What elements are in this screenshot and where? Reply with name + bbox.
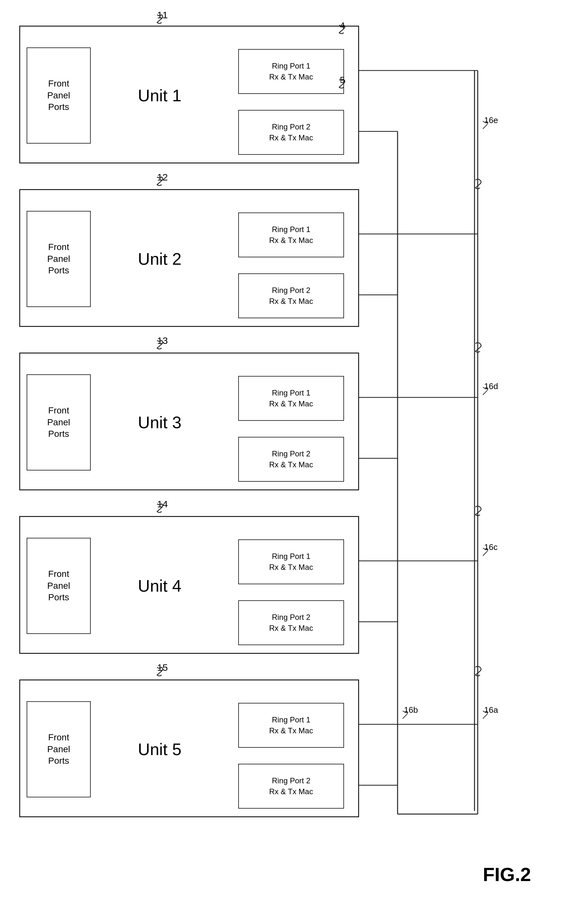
unit4-ring-port2: Ring Port 2 Rx & Tx Mac <box>238 600 344 645</box>
unit3-front-panel: Front Panel Ports <box>27 374 91 471</box>
fig-label: FIG.2 <box>483 863 531 885</box>
unit5-rp1-label: Ring Port 1 Rx & Tx Mac <box>269 714 313 736</box>
unit2-front-panel: Front Panel Ports <box>27 211 91 307</box>
unit1-ring-port1: Ring Port 1 Rx & Tx Mac <box>238 49 344 94</box>
unit5-ring-port2: Ring Port 2 Rx & Tx Mac <box>238 764 344 808</box>
label16b-squiggle <box>400 710 413 719</box>
unit3-squiggle <box>154 340 167 350</box>
unit2-ring-port1: Ring Port 1 Rx & Tx Mac <box>238 213 344 257</box>
unit5-block: Front Panel Ports Unit 5 Ring Port 1 Rx … <box>19 680 359 817</box>
ref4-squiggle <box>336 24 349 34</box>
unit5-front-panel: Front Panel Ports <box>27 701 91 797</box>
unit3-rp2-label: Ring Port 2 Rx & Tx Mac <box>269 448 313 470</box>
ref5-squiggle <box>336 79 349 88</box>
unit4-squiggle <box>154 503 167 513</box>
unit4-front-panel: Front Panel Ports <box>27 538 91 634</box>
unit4-label: Unit 4 <box>97 549 222 623</box>
unit2-rp1-label: Ring Port 1 Rx & Tx Mac <box>269 224 313 246</box>
unit2-squiggle <box>154 176 167 186</box>
unit4-front-panel-label: Front Panel Ports <box>47 568 70 603</box>
unit3-rp1-label: Ring Port 1 Rx & Tx Mac <box>269 387 313 409</box>
unit3-ring-port2: Ring Port 2 Rx & Tx Mac <box>238 437 344 482</box>
unit5-squiggle <box>154 667 167 676</box>
unit4-ring-port1: Ring Port 1 Rx & Tx Mac <box>238 539 344 584</box>
label16c-squiggle <box>480 548 493 556</box>
unit3-ring-port1: Ring Port 1 Rx & Tx Mac <box>238 376 344 421</box>
unit1-front-panel-label: Front Panel Ports <box>47 78 70 113</box>
unit1-rp2-label: Ring Port 2 Rx & Tx Mac <box>269 122 313 143</box>
unit1-rp1-label: Ring Port 1 Rx & Tx Mac <box>269 61 313 82</box>
unit3-label: Unit 3 <box>97 386 222 459</box>
unit2-label: Unit 2 <box>97 222 222 296</box>
unit5-label: Unit 5 <box>97 712 222 786</box>
unit2-rp2-label: Ring Port 2 Rx & Tx Mac <box>269 285 313 306</box>
unit1-label: Unit 1 <box>97 58 222 132</box>
unit1-squiggle <box>154 14 167 24</box>
unit3-block: Front Panel Ports Unit 3 Ring Port 1 Rx … <box>19 352 359 490</box>
unit4-rp1-label: Ring Port 1 Rx & Tx Mac <box>269 551 313 572</box>
unit1-front-panel: Front Panel Ports <box>27 47 91 144</box>
label16d-squiggle <box>480 387 493 396</box>
unit1-block: Front Panel Ports Unit 1 Ring Port 1 Rx … <box>19 26 359 164</box>
unit5-rp2-label: Ring Port 2 Rx & Tx Mac <box>269 775 313 797</box>
unit1-ring-port2: Ring Port 2 Rx & Tx Mac <box>238 110 344 155</box>
label16e-squiggle <box>480 120 493 129</box>
unit4-block: Front Panel Ports Unit 4 Ring Port 1 Rx … <box>19 516 359 654</box>
diagram: Front Panel Ports Unit 1 Ring Port 1 Rx … <box>0 0 563 924</box>
unit4-rp2-label: Ring Port 2 Rx & Tx Mac <box>269 612 313 633</box>
label16a-squiggle <box>480 710 493 719</box>
unit2-ring-port2: Ring Port 2 Rx & Tx Mac <box>238 273 344 318</box>
unit3-front-panel-label: Front Panel Ports <box>47 405 70 440</box>
unit2-front-panel-label: Front Panel Ports <box>47 242 70 276</box>
unit5-front-panel-label: Front Panel Ports <box>47 732 70 766</box>
unit2-block: Front Panel Ports Unit 2 Ring Port 1 Rx … <box>19 189 359 327</box>
unit5-ring-port1: Ring Port 1 Rx & Tx Mac <box>238 703 344 748</box>
